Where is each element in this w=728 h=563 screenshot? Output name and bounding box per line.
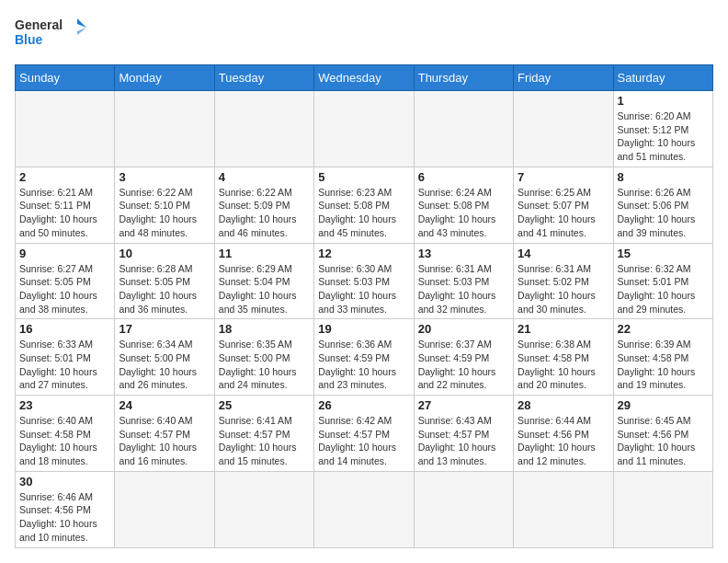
day-info: Sunrise: 6:30 AM Sunset: 5:03 PM Dayligh… [318, 262, 409, 316]
day-number: 2 [19, 170, 110, 184]
calendar-cell [115, 471, 214, 547]
calendar-week-3: 9Sunrise: 6:27 AM Sunset: 5:05 PM Daylig… [16, 243, 713, 319]
day-info: Sunrise: 6:26 AM Sunset: 5:06 PM Dayligh… [618, 186, 709, 240]
calendar-cell [214, 471, 313, 547]
svg-marker-3 [77, 28, 86, 35]
calendar-cell [214, 91, 313, 167]
svg-text:General: General [15, 17, 63, 32]
logo: General Blue [15, 15, 88, 53]
day-info: Sunrise: 6:35 AM Sunset: 5:00 PM Dayligh… [219, 338, 310, 392]
calendar-cell: 18Sunrise: 6:35 AM Sunset: 5:00 PM Dayli… [214, 319, 313, 396]
day-info: Sunrise: 6:43 AM Sunset: 4:57 PM Dayligh… [418, 414, 509, 468]
day-info: Sunrise: 6:25 AM Sunset: 5:07 PM Dayligh… [518, 186, 609, 240]
calendar-cell: 8Sunrise: 6:26 AM Sunset: 5:06 PM Daylig… [613, 167, 712, 243]
day-number: 26 [318, 398, 409, 412]
day-info: Sunrise: 6:38 AM Sunset: 4:58 PM Dayligh… [518, 338, 609, 392]
day-header-monday: Monday [115, 65, 214, 91]
calendar-cell: 1Sunrise: 6:20 AM Sunset: 5:12 PM Daylig… [613, 91, 712, 167]
day-number: 21 [518, 322, 609, 336]
day-info: Sunrise: 6:45 AM Sunset: 4:56 PM Dayligh… [618, 414, 709, 468]
day-number: 17 [119, 322, 210, 336]
svg-marker-2 [77, 18, 86, 28]
day-number: 24 [119, 398, 210, 412]
day-info: Sunrise: 6:22 AM Sunset: 5:10 PM Dayligh… [119, 186, 210, 240]
day-info: Sunrise: 6:31 AM Sunset: 5:02 PM Dayligh… [518, 262, 609, 316]
day-number: 9 [19, 247, 110, 260]
calendar-table: SundayMondayTuesdayWednesdayThursdayFrid… [15, 64, 713, 548]
calendar-cell: 21Sunrise: 6:38 AM Sunset: 4:58 PM Dayli… [514, 319, 613, 396]
day-info: Sunrise: 6:23 AM Sunset: 5:08 PM Dayligh… [318, 186, 409, 240]
calendar-cell: 29Sunrise: 6:45 AM Sunset: 4:56 PM Dayli… [613, 396, 712, 472]
day-info: Sunrise: 6:42 AM Sunset: 4:57 PM Dayligh… [318, 414, 409, 468]
page-header: General Blue [15, 15, 713, 53]
day-number: 28 [518, 398, 609, 412]
calendar-cell [414, 471, 513, 547]
day-info: Sunrise: 6:31 AM Sunset: 5:03 PM Dayligh… [418, 262, 509, 316]
calendar-cell: 16Sunrise: 6:33 AM Sunset: 5:01 PM Dayli… [16, 319, 115, 396]
day-info: Sunrise: 6:27 AM Sunset: 5:05 PM Dayligh… [19, 262, 110, 316]
calendar-cell: 11Sunrise: 6:29 AM Sunset: 5:04 PM Dayli… [214, 243, 313, 319]
calendar-week-6: 30Sunrise: 6:46 AM Sunset: 4:56 PM Dayli… [16, 471, 713, 547]
calendar-cell [16, 91, 115, 167]
calendar-cell [314, 91, 414, 167]
calendar-cell: 26Sunrise: 6:42 AM Sunset: 4:57 PM Dayli… [314, 396, 414, 472]
day-info: Sunrise: 6:22 AM Sunset: 5:09 PM Dayligh… [219, 186, 310, 240]
day-number: 14 [518, 247, 609, 260]
day-header-tuesday: Tuesday [214, 65, 313, 91]
day-number: 29 [618, 398, 709, 412]
day-number: 1 [618, 94, 709, 108]
day-number: 5 [318, 170, 409, 184]
day-header-saturday: Saturday [613, 65, 712, 91]
calendar-cell: 27Sunrise: 6:43 AM Sunset: 4:57 PM Dayli… [414, 396, 513, 472]
calendar-cell [314, 471, 414, 547]
day-number: 8 [618, 170, 709, 184]
calendar-cell: 2Sunrise: 6:21 AM Sunset: 5:11 PM Daylig… [16, 167, 115, 243]
day-info: Sunrise: 6:24 AM Sunset: 5:08 PM Dayligh… [418, 186, 509, 240]
day-number: 20 [418, 322, 509, 336]
calendar-cell: 15Sunrise: 6:32 AM Sunset: 5:01 PM Dayli… [613, 243, 712, 319]
calendar-cell: 17Sunrise: 6:34 AM Sunset: 5:00 PM Dayli… [115, 319, 214, 396]
calendar-cell: 13Sunrise: 6:31 AM Sunset: 5:03 PM Dayli… [414, 243, 513, 319]
calendar-cell: 22Sunrise: 6:39 AM Sunset: 4:58 PM Dayli… [613, 319, 712, 396]
day-info: Sunrise: 6:20 AM Sunset: 5:12 PM Dayligh… [618, 109, 709, 164]
day-info: Sunrise: 6:21 AM Sunset: 5:11 PM Dayligh… [19, 186, 110, 240]
calendar-cell: 30Sunrise: 6:46 AM Sunset: 4:56 PM Dayli… [16, 471, 115, 547]
day-number: 13 [418, 247, 509, 260]
day-header-wednesday: Wednesday [314, 65, 414, 91]
calendar-cell: 20Sunrise: 6:37 AM Sunset: 4:59 PM Dayli… [414, 319, 513, 396]
calendar-cell: 24Sunrise: 6:40 AM Sunset: 4:57 PM Dayli… [115, 396, 214, 472]
day-number: 27 [418, 398, 509, 412]
calendar-cell: 9Sunrise: 6:27 AM Sunset: 5:05 PM Daylig… [16, 243, 115, 319]
calendar-week-2: 2Sunrise: 6:21 AM Sunset: 5:11 PM Daylig… [16, 167, 713, 243]
day-number: 23 [19, 398, 110, 412]
svg-text:Blue: Blue [15, 32, 43, 47]
calendar-week-5: 23Sunrise: 6:40 AM Sunset: 4:58 PM Dayli… [16, 396, 713, 472]
day-info: Sunrise: 6:46 AM Sunset: 4:56 PM Dayligh… [19, 490, 110, 545]
day-number: 3 [119, 170, 210, 184]
day-number: 15 [618, 247, 709, 260]
day-info: Sunrise: 6:40 AM Sunset: 4:58 PM Dayligh… [19, 414, 110, 468]
day-number: 11 [219, 247, 310, 260]
day-number: 6 [418, 170, 509, 184]
calendar-header-row: SundayMondayTuesdayWednesdayThursdayFrid… [16, 65, 713, 91]
day-info: Sunrise: 6:41 AM Sunset: 4:57 PM Dayligh… [219, 414, 310, 468]
calendar-cell: 4Sunrise: 6:22 AM Sunset: 5:09 PM Daylig… [214, 167, 313, 243]
calendar-cell: 6Sunrise: 6:24 AM Sunset: 5:08 PM Daylig… [414, 167, 513, 243]
calendar-cell [414, 91, 513, 167]
calendar-cell [514, 91, 613, 167]
calendar-cell: 10Sunrise: 6:28 AM Sunset: 5:05 PM Dayli… [115, 243, 214, 319]
calendar-cell: 14Sunrise: 6:31 AM Sunset: 5:02 PM Dayli… [514, 243, 613, 319]
day-info: Sunrise: 6:28 AM Sunset: 5:05 PM Dayligh… [119, 262, 210, 316]
day-info: Sunrise: 6:36 AM Sunset: 4:59 PM Dayligh… [318, 338, 409, 392]
day-header-sunday: Sunday [16, 65, 115, 91]
calendar-cell [514, 471, 613, 547]
calendar-cell: 25Sunrise: 6:41 AM Sunset: 4:57 PM Dayli… [214, 396, 313, 472]
logo-svg: General Blue [15, 15, 88, 53]
calendar-week-4: 16Sunrise: 6:33 AM Sunset: 5:01 PM Dayli… [16, 319, 713, 396]
day-info: Sunrise: 6:44 AM Sunset: 4:56 PM Dayligh… [518, 414, 609, 468]
calendar-cell: 23Sunrise: 6:40 AM Sunset: 4:58 PM Dayli… [16, 396, 115, 472]
day-info: Sunrise: 6:33 AM Sunset: 5:01 PM Dayligh… [19, 338, 110, 392]
day-info: Sunrise: 6:37 AM Sunset: 4:59 PM Dayligh… [418, 338, 509, 392]
calendar-week-1: 1Sunrise: 6:20 AM Sunset: 5:12 PM Daylig… [16, 91, 713, 167]
calendar-cell [613, 471, 712, 547]
